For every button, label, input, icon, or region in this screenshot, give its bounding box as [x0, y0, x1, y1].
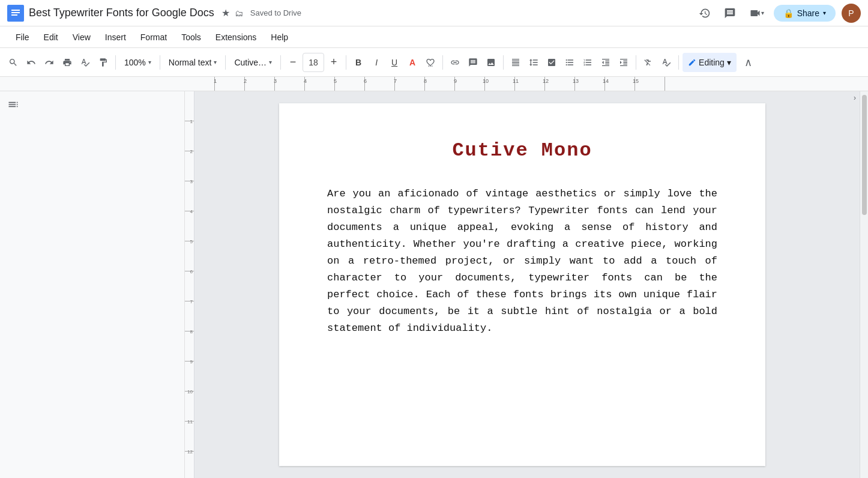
- sep9: [678, 55, 679, 70]
- menu-tools[interactable]: Tools: [175, 30, 207, 44]
- cloud-save: Saved to Drive: [250, 8, 301, 17]
- menu-view[interactable]: View: [67, 30, 97, 44]
- menu-edit[interactable]: Edit: [38, 30, 64, 44]
- style-dropdown[interactable]: Normal text ▾: [164, 53, 222, 72]
- align-button[interactable]: [507, 53, 524, 72]
- meet-chevron[interactable]: ▾: [761, 10, 764, 16]
- scrollbar[interactable]: [860, 91, 868, 478]
- ruler: 1 2 3 4 5 6 7 8 9 10 11 12 13 14 15: [0, 77, 868, 91]
- undo-button[interactable]: [23, 53, 40, 72]
- editing-dropdown[interactable]: Editing ▾: [683, 53, 737, 72]
- print-button[interactable]: [59, 53, 76, 72]
- toolbar-collapse[interactable]: ∧: [740, 53, 757, 72]
- search-button[interactable]: [5, 53, 22, 72]
- indent-inc-button[interactable]: [615, 53, 632, 72]
- sep3: [225, 55, 226, 70]
- menu-file[interactable]: File: [10, 30, 35, 44]
- menu-insert[interactable]: Insert: [99, 30, 132, 44]
- menu-help[interactable]: Help: [265, 30, 294, 44]
- sep2: [160, 55, 160, 70]
- bullet-list-button[interactable]: [561, 53, 578, 72]
- link-button[interactable]: [447, 53, 463, 72]
- sep4: [280, 55, 281, 70]
- text-color-button[interactable]: A: [404, 53, 421, 72]
- lock-icon: 🔒: [783, 8, 794, 18]
- outline-icon[interactable]: [0, 91, 184, 121]
- toolbar: 100% ▾ Normal text ▾ Cutive… ▾ − 18 + B …: [0, 48, 868, 77]
- doc-title[interactable]: Best Typewriter Fonts for Google Docs: [29, 7, 214, 19]
- sep8: [636, 55, 636, 70]
- doc-container[interactable]: Cutive Mono Are you an aficionado of vin…: [194, 91, 850, 478]
- redo-button[interactable]: [41, 53, 58, 72]
- main-area: 1 2 3 4 5 6 7 8 9 10 11 12 13 14 Cutive …: [0, 91, 868, 478]
- font-size-decrease[interactable]: −: [285, 53, 301, 72]
- history-button[interactable]: [695, 4, 714, 23]
- right-edge[interactable]: ›: [850, 91, 860, 478]
- editing-label: Editing: [699, 58, 725, 67]
- menu-format[interactable]: Format: [134, 30, 173, 44]
- scroll-thumb[interactable]: [862, 95, 867, 215]
- image-button[interactable]: [483, 53, 499, 72]
- font-size-input[interactable]: 18: [303, 53, 324, 72]
- document-heading: Cutive Mono: [327, 139, 717, 162]
- document-body[interactable]: Are you an aficionado of vintage aesthet…: [327, 186, 717, 337]
- docs-icon: [7, 5, 24, 22]
- highlight-button[interactable]: [422, 53, 439, 72]
- clear-format-button[interactable]: [640, 53, 657, 72]
- folder-icon[interactable]: 🗂: [235, 8, 243, 18]
- indent-dec-button[interactable]: [597, 53, 614, 72]
- sep7: [503, 55, 504, 70]
- ruler-content: 1 2 3 4 5 6 7 8 9 10 11 12 13 14 15: [185, 77, 671, 91]
- zoom-dropdown[interactable]: 100% ▾: [119, 53, 156, 72]
- comment-button[interactable]: [465, 53, 481, 72]
- vertical-ruler: 1 2 3 4 5 6 7 8 9 10 11 12 13 14: [185, 91, 194, 478]
- sep1: [115, 55, 116, 70]
- italic-button[interactable]: I: [368, 53, 385, 72]
- share-label: Share: [797, 8, 819, 18]
- meet-button[interactable]: ▾: [746, 4, 768, 23]
- line-spacing-button[interactable]: [525, 53, 542, 72]
- share-button[interactable]: 🔒 Share ▾: [774, 5, 836, 22]
- menu-extensions[interactable]: Extensions: [209, 30, 262, 44]
- font-size-increase[interactable]: +: [325, 53, 342, 72]
- expand-icon[interactable]: ›: [854, 94, 856, 102]
- share-chevron[interactable]: ▾: [823, 10, 826, 16]
- spellcheck-button[interactable]: [77, 53, 94, 72]
- sep5: [346, 55, 346, 70]
- bold-button[interactable]: B: [350, 53, 367, 72]
- checklist-button[interactable]: [543, 53, 560, 72]
- editing-chevron[interactable]: ▾: [727, 58, 731, 67]
- sep6: [442, 55, 443, 70]
- left-sidebar: [0, 91, 185, 478]
- avatar[interactable]: P: [842, 4, 861, 23]
- font-dropdown[interactable]: Cutive… ▾: [229, 53, 277, 72]
- numbered-list-button[interactable]: [579, 53, 596, 72]
- underline-button[interactable]: U: [386, 53, 403, 72]
- title-bar: Best Typewriter Fonts for Google Docs ★ …: [0, 0, 868, 26]
- paint-format-button[interactable]: [95, 53, 112, 72]
- star-icon[interactable]: ★: [222, 7, 230, 19]
- spelling-button[interactable]: [658, 53, 675, 72]
- comments-button[interactable]: [720, 4, 740, 23]
- menu-bar: File Edit View Insert Format Tools Exten…: [0, 26, 868, 48]
- page[interactable]: Cutive Mono Are you an aficionado of vin…: [279, 103, 765, 466]
